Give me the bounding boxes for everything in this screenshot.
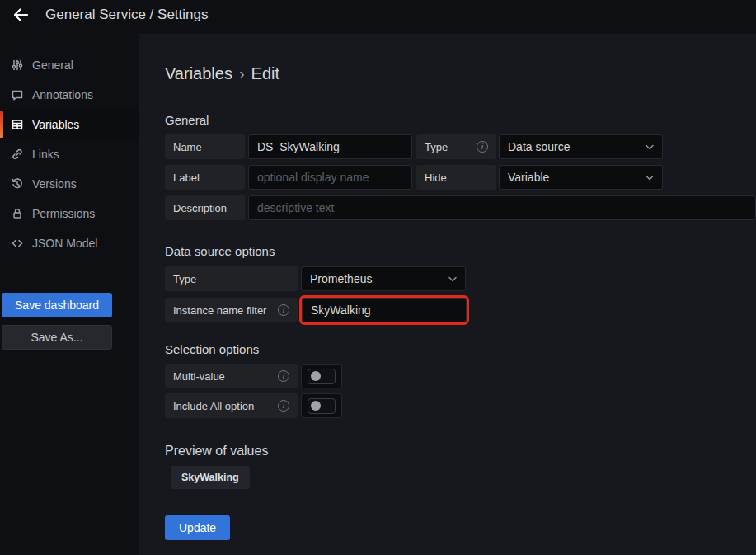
link-icon: [11, 148, 24, 161]
comment-icon: [11, 88, 24, 101]
multi-value-label: Multi-value i: [165, 364, 298, 388]
include-all-row: Include All option i: [165, 393, 756, 418]
multi-value-toggle[interactable]: [301, 364, 342, 388]
label-input[interactable]: [248, 165, 412, 190]
sidebar-item-label: JSON Model: [32, 237, 97, 250]
lock-icon: [11, 207, 24, 220]
sliders-icon: [11, 59, 24, 72]
breadcrumb-separator-icon: ›: [239, 63, 245, 83]
history-icon: [11, 177, 24, 190]
sidebar-actions: Save dashboard Save As...: [0, 293, 139, 350]
description-label: Description: [165, 195, 245, 220]
sidebar-item-label: Variables: [32, 118, 79, 131]
page-title: General Service / Settings: [45, 4, 208, 26]
grid-icon: [11, 118, 24, 131]
type-select[interactable]: Data source: [499, 134, 663, 159]
label-row: Label Hide Variable: [165, 165, 756, 190]
toggle-track: [308, 398, 336, 414]
data-source-options-title: Data source options: [165, 244, 756, 259]
selection-options-title: Selection options: [165, 342, 756, 357]
include-all-label: Include All option i: [165, 393, 298, 418]
sidebar-item-json-model[interactable]: JSON Model: [0, 228, 139, 258]
sidebar-item-label: General: [32, 59, 73, 72]
breadcrumb-current: Edit: [251, 63, 279, 83]
settings-sidebar: General Annotations Variables: [0, 34, 139, 555]
save-dashboard-button[interactable]: Save dashboard: [2, 293, 112, 317]
info-icon: i: [477, 141, 488, 153]
sidebar-item-links[interactable]: Links: [0, 139, 139, 169]
update-button[interactable]: Update: [165, 515, 230, 540]
toggle-knob: [311, 371, 321, 381]
toggle-knob: [311, 401, 321, 411]
highlight-outline: [299, 295, 469, 325]
label-label: Label: [165, 165, 245, 190]
chevron-down-icon: [448, 276, 457, 282]
sidebar-item-label: Links: [32, 148, 59, 161]
ds-type-row: Type Prometheus: [165, 266, 756, 291]
description-row: Description: [165, 195, 756, 220]
instance-filter-input[interactable]: [302, 298, 467, 322]
settings-nav: General Annotations Variables: [0, 50, 139, 258]
name-label: Name: [165, 134, 245, 159]
sidebar-item-variables[interactable]: Variables: [0, 110, 139, 139]
preview-values: SkyWalking: [165, 459, 756, 489]
info-icon: i: [278, 304, 289, 316]
sidebar-item-versions[interactable]: Versions: [0, 169, 139, 199]
sidebar-item-permissions[interactable]: Permissions: [0, 199, 139, 228]
sidebar-item-annotations[interactable]: Annotations: [0, 80, 139, 110]
hide-select[interactable]: Variable: [499, 165, 663, 190]
breadcrumb: Variables › Edit: [165, 63, 756, 83]
code-icon: [11, 237, 24, 250]
save-as-button[interactable]: Save As...: [2, 325, 112, 350]
description-input[interactable]: [248, 195, 756, 220]
ds-type-select[interactable]: Prometheus: [301, 266, 466, 291]
type-label: Type i: [416, 134, 496, 159]
variables-edit-panel: Variables › Edit General Name Type i Dat…: [139, 34, 756, 555]
include-all-toggle[interactable]: [301, 393, 342, 418]
info-icon: i: [278, 400, 289, 412]
hide-label: Hide: [416, 165, 496, 190]
name-input[interactable]: [248, 134, 412, 159]
general-section-title: General: [165, 113, 756, 128]
name-row: Name Type i Data source: [165, 134, 756, 159]
sidebar-item-label: Versions: [32, 177, 77, 190]
active-indicator: [0, 111, 3, 138]
chevron-down-icon: [646, 144, 654, 150]
instance-filter-label: Instance name filter i: [165, 298, 298, 322]
toggle-track: [308, 369, 336, 384]
back-button[interactable]: [7, 4, 35, 26]
preview-title: Preview of values: [165, 443, 756, 459]
top-bar: General Service / Settings: [0, 0, 756, 34]
preview-value-chip: SkyWalking: [171, 466, 250, 489]
multi-value-row: Multi-value i: [165, 364, 756, 388]
breadcrumb-root[interactable]: Variables: [165, 63, 232, 83]
sidebar-item-label: Annotations: [32, 88, 93, 101]
instance-filter-row: Instance name filter i: [165, 298, 756, 322]
info-icon: i: [278, 370, 289, 382]
ds-type-label: Type: [165, 266, 298, 291]
chevron-down-icon: [646, 175, 654, 181]
arrow-left-icon: [12, 6, 30, 24]
sidebar-item-general[interactable]: General: [0, 50, 139, 80]
sidebar-item-label: Permissions: [32, 207, 95, 220]
